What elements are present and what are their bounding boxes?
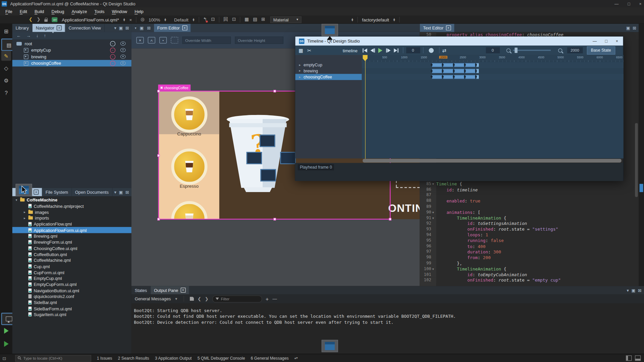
bordered-items-icon[interactable]: 回 [223,16,228,22]
prev-item-icon[interactable]: ❮ [198,296,201,301]
tab-connection-view[interactable]: Connection View [65,24,105,32]
timeline-zoom-slider[interactable] [513,50,551,51]
nav-right-icon[interactable]: → [26,33,31,38]
grid-view-icon[interactable]: ▦ [245,17,249,22]
timeline-track-choosingCoffee[interactable]: ▸choosingCoffee [295,74,362,80]
run-button[interactable] [1,326,11,336]
material-dropdown[interactable]: Material▼ [270,16,302,23]
style-dropdown[interactable]: Default [174,17,189,22]
override-width-field[interactable]: Override Width [182,37,231,44]
status-pane-1[interactable]: 1 Issues [97,356,112,360]
file-row-CoffeeButton.qml[interactable]: CoffeeButton.qml [12,251,131,257]
panel-menu-icon[interactable]: ▾ [114,190,116,195]
back-button[interactable]: ❮ [29,17,33,22]
save-log-icon[interactable] [190,297,194,301]
kit-dropdown[interactable]: factorydefault [362,17,389,22]
loop-playback-icon[interactable]: ⇄ [442,47,446,53]
timeline-scrollbar[interactable] [363,159,621,163]
sugar-tile[interactable] [260,169,276,181]
menu-item-analyze[interactable]: Analyze [68,9,91,14]
jump-to-end-button[interactable] [392,47,400,54]
nav-left-icon[interactable]: ← [16,33,21,38]
show-bounding-icon[interactable] [171,37,178,44]
keyframe-section[interactable] [432,74,442,79]
timeline-minimize-button[interactable]: — [593,39,597,43]
split-view-icon[interactable]: ⊞ [261,17,265,22]
close-panel-icon[interactable]: ⊠ [125,190,129,195]
export-toggle-icon[interactable]: ← [110,54,115,59]
expand-icon[interactable]: ▸ [298,69,302,73]
maximize-button[interactable]: □ [628,1,630,6]
visibility-eye-icon[interactable] [120,48,126,52]
tab-file-system[interactable]: File System [42,188,72,196]
menu-item-edit[interactable]: Edit [16,9,31,14]
forward-button[interactable]: ❯ [37,17,40,22]
tab-output-pane[interactable]: Output Pane× [151,286,189,294]
snap-parent-icon[interactable]: ▪ [159,37,167,44]
keyframe-section[interactable] [443,74,453,79]
track-lane[interactable] [362,68,624,74]
next-keyframe-button[interactable] [384,47,392,54]
sugar-tile[interactable] [260,135,275,147]
close-panel-icon[interactable]: ⊠ [147,25,151,31]
tab-navigator[interactable]: Navigator× [33,24,65,32]
previous-keyframe-button[interactable] [369,47,376,54]
navigator-item-choosingCoffee[interactable]: choosingCoffee← [12,60,131,67]
menu-item-tools[interactable]: Tools [91,9,108,14]
annotation-marker[interactable] [640,184,643,192]
file-row-Cup.qml[interactable]: Cup.qml [12,263,131,269]
toggle-bottom-pane-icon[interactable] [635,355,641,361]
play-button[interactable] [376,47,384,54]
base-state-button[interactable]: Base State [587,46,615,54]
export-toggle-icon[interactable]: ← [110,47,115,53]
project-root-row[interactable]: ▾CoffeeMachine [12,197,131,203]
file-row-EmptyCup.qml[interactable]: EmptyCup.qml [12,276,131,282]
status-pane-5[interactable]: 5 QML Debugger Console [198,356,245,360]
file-row-qtquickcontrols2.conf[interactable]: qtquickcontrols2.conf [12,294,131,300]
split-panel-icon[interactable]: ▣ [631,288,635,293]
track-lane[interactable] [362,74,624,80]
file-row-ApplicationFlowForm.ui.qml[interactable]: ApplicationFlowForm.ui.qml [12,227,131,233]
close-panel-icon[interactable]: ⊠ [638,288,642,293]
file-row-imports[interactable]: ▸imports [12,215,131,221]
navigator-item-root[interactable]: root← [12,40,131,47]
expand-icon[interactable]: ▸ [23,210,26,214]
close-panel-icon[interactable]: ⊠ [125,25,129,31]
export-state-icon[interactable]: ↰ [203,17,207,22]
navigator-item-brewing[interactable]: brewing← [12,53,131,60]
visibility-eye-icon[interactable] [120,55,126,59]
jump-to-start-button[interactable] [361,47,369,54]
expand-icon[interactable]: ▸ [298,75,302,79]
panel-menu-icon[interactable]: ▾ [627,288,629,293]
timeline-track-emptyCup[interactable]: ▸emptyCup [295,62,362,68]
keyframe-bar[interactable] [432,63,479,67]
keyframe-section[interactable] [465,68,476,73]
menu-item-build[interactable]: Build [31,9,48,14]
close-tab-icon[interactable]: × [57,25,62,31]
file-row-BrewingForm.ui.qml[interactable]: BrewingForm.ui.qml [12,239,131,245]
menu-item-help[interactable]: Help [131,9,147,14]
zoom-dropdown-arrows-icon[interactable]: ▲▼ [164,18,167,21]
filter-input[interactable]: Filter [212,295,262,302]
tools-icon[interactable]: ⚙ [1,75,11,85]
list-view-icon[interactable]: ▤ [253,17,257,22]
channel-dropdown-arrow-icon[interactable]: ▼ [175,297,178,301]
keyframe-section[interactable] [432,63,442,67]
no-snapping-icon[interactable]: ✕ [137,37,144,44]
override-height-field[interactable]: Override Height [235,37,283,44]
keyframe-section[interactable] [454,74,465,79]
tab-open-documents[interactable]: Open Documents [72,188,112,196]
file-row-NavigationButton.ui.qml[interactable]: NavigationButton.ui.qml [12,288,131,294]
move-up-icon[interactable]: ↑ [44,33,46,38]
status-pane-2[interactable]: 2 Search Results [118,356,149,360]
status-pane-3[interactable]: 3 Application Output [155,356,192,360]
lock-icon[interactable] [45,19,48,21]
keyframe-section[interactable] [454,63,465,67]
frame-field[interactable]: 0 [486,47,500,53]
unnamed-dropdown-arrows-icon[interactable]: ▲▼ [351,18,354,21]
file-row-EmptyCupForm.ui.qml[interactable]: EmptyCupForm.ui.qml [12,282,131,288]
timeline-maximize-button[interactable]: □ [605,39,607,43]
tab-states[interactable]: States [131,286,151,294]
keyframe-bar[interactable] [432,74,479,79]
minimize-button[interactable]: — [614,1,619,6]
